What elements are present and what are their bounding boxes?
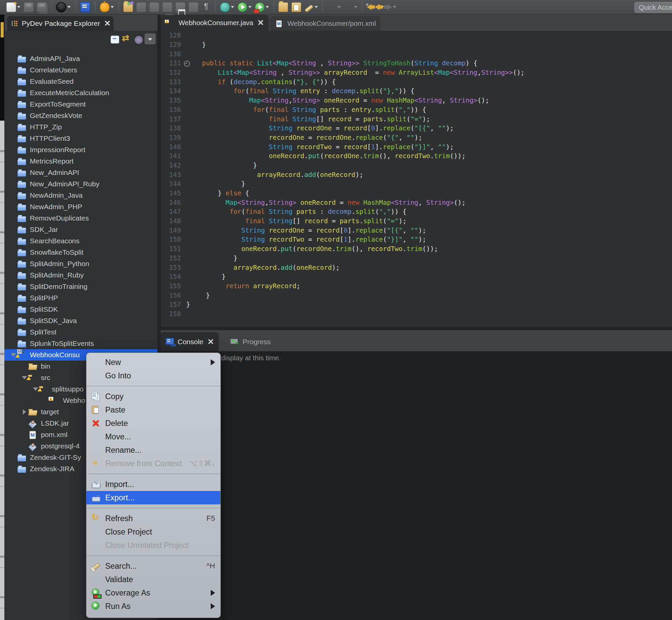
checkstyle-dropdown-icon[interactable] <box>111 6 114 8</box>
tree-item-adminapi-java[interactable]: AdminAPI_Java <box>4 53 158 64</box>
menu-item-move-[interactable]: Move... <box>87 430 220 444</box>
tree-item-exporttosegment[interactable]: ExportToSegment <box>4 99 158 110</box>
menu-item-shortcut: ⌥⇧⌘↓ <box>189 459 215 468</box>
menu-item-remove-from-context[interactable]: Remove from Context⌥⇧⌘↓ <box>87 457 220 470</box>
clean-up-button[interactable] <box>149 1 160 13</box>
tree-item-new-adminapi-ruby[interactable]: New_AdminAPI_Ruby <box>4 178 158 190</box>
tree-item-snowflaketosplit[interactable]: SnowflakeToSplit <box>4 247 158 258</box>
fetch-down-button[interactable] <box>327 1 341 13</box>
console-tab-progress[interactable]: Progress <box>226 332 275 351</box>
code-text: if (decomp.contains("}, {")) { <box>186 78 336 86</box>
editor-tab-webhookconsumer-java[interactable]: WebhookConsumer.java✕ <box>161 15 269 31</box>
clipboard-button[interactable] <box>291 1 302 13</box>
tree-item-splitdemotraining[interactable]: SplitDemoTraining <box>4 281 158 292</box>
menu-item-export-[interactable]: Export... <box>87 491 220 504</box>
tree-item-evaluateseed[interactable]: EvaluateSeed <box>4 76 158 87</box>
tree-item-searchbeacons[interactable]: SearchBeacons <box>4 235 158 247</box>
menu-item-new[interactable]: New <box>87 356 220 369</box>
console-tab-console[interactable]: Console✕ <box>161 332 219 351</box>
menu-item-paste[interactable]: Paste <box>87 403 220 417</box>
java-editor[interactable]: 128129 }130131 public static List<Map<St… <box>161 31 672 327</box>
save-button[interactable] <box>23 1 34 13</box>
menu-item-search-[interactable]: Search...^H <box>87 559 220 573</box>
remote-systems-button[interactable] <box>79 1 91 13</box>
menu-item-import-[interactable]: Import... <box>87 477 220 491</box>
tree-item-getzendeskvote[interactable]: GetZendeskVote <box>4 110 158 121</box>
close-tab-icon[interactable]: ✕ <box>257 19 264 26</box>
project-icon <box>17 134 27 143</box>
menu-item-go-into[interactable]: Go Into <box>87 369 220 382</box>
run-dropdown-icon[interactable] <box>248 6 251 8</box>
project-icon <box>17 100 27 109</box>
show-whitespace-button[interactable] <box>201 1 211 13</box>
user-profile-dropdown-icon[interactable] <box>67 6 71 8</box>
tree-item-new-adminapi[interactable]: New_AdminAPI <box>4 167 158 178</box>
new-wizard-button[interactable] <box>6 1 21 13</box>
editor-tab-webhookconsumer-pom-xml[interactable]: WebhookConsumer/pom.xml <box>270 16 381 31</box>
menu-item-delete[interactable]: Delete <box>87 417 220 430</box>
tree-item-splitphp[interactable]: SplitPHP <box>4 292 158 304</box>
forward-dropdown-icon[interactable] <box>393 6 396 8</box>
fold-marker-icon[interactable] <box>184 61 190 67</box>
tree-item-sdk-jar[interactable]: SDK_Jar <box>4 224 158 235</box>
tree-item-newadmin-java[interactable]: NewAdmin_Java <box>4 190 158 201</box>
tree-item-newadmin-php[interactable]: NewAdmin_PHP <box>4 201 158 212</box>
checkstyle-button[interactable] <box>99 1 115 13</box>
menu-item-refresh[interactable]: RefreshF5 <box>87 512 220 525</box>
tree-item-removeduplicates[interactable]: RemoveDuplicates <box>4 212 158 224</box>
menu-item-validate[interactable]: Validate <box>87 573 220 586</box>
close-view-icon[interactable]: ✕ <box>104 20 111 27</box>
code-text: String recordTwo = record[1].replace("}]… <box>186 236 426 243</box>
outline-view-button[interactable] <box>188 1 199 13</box>
tree-item-splittest[interactable]: SplitTest <box>4 326 158 338</box>
tree-item-httpclient3[interactable]: HTTPClient3 <box>4 133 158 144</box>
tree-item-splitsdk-java[interactable]: SplitSDK_Java <box>4 315 158 326</box>
tree-item-splitsdk[interactable]: SplitSDK <box>4 304 158 315</box>
view-menu-button[interactable] <box>145 34 156 44</box>
quick-access-box[interactable]: Quick Access <box>634 2 672 13</box>
tree-item-metricsreport[interactable]: MetricsReport <box>4 155 158 167</box>
import-tasks-button[interactable] <box>123 1 134 13</box>
screenshot-button[interactable] <box>136 1 147 13</box>
menu-item-copy[interactable]: Copy <box>87 390 220 403</box>
menu-item-close-unrelated-project[interactable]: Close Unrelated Project <box>87 538 220 552</box>
run-button[interactable] <box>237 1 252 13</box>
tree-item-label: ExecuteMetricCalculation <box>30 89 109 97</box>
tree-item-impressionreport[interactable]: ImpressionReport <box>4 144 158 155</box>
link-with-editor-button[interactable] <box>121 33 133 45</box>
external-tools-dropdown-icon[interactable] <box>266 6 269 8</box>
horizontal-sash[interactable] <box>161 327 672 330</box>
marker-pen-dropdown-icon[interactable] <box>315 6 318 8</box>
tree-item-splitadmin-python[interactable]: SplitAdmin_Python <box>4 258 158 269</box>
tree-item-label: New_AdminAPI_Ruby <box>30 180 100 188</box>
close-tab-icon[interactable]: ✕ <box>207 339 214 345</box>
open-file-button[interactable] <box>278 1 289 13</box>
project-icon <box>17 54 27 63</box>
forward-button[interactable] <box>387 1 397 13</box>
code-line: 143 arrayRecord.add(oneRecord); <box>161 170 672 179</box>
debug-dropdown-icon[interactable] <box>231 6 234 8</box>
menu-item-close-project[interactable]: Close Project <box>87 525 220 538</box>
debug-button[interactable] <box>219 1 235 13</box>
fetch-down-dropdown-icon[interactable] <box>337 6 341 8</box>
tree-item-correlateusers[interactable]: CorrelateUsers <box>4 64 158 76</box>
last-edit-location-button[interactable] <box>366 1 372 13</box>
tree-item-executemetriccalculation[interactable]: ExecuteMetricCalculation <box>4 87 158 99</box>
menu-item-coverage-as[interactable]: Coverage As <box>87 586 220 600</box>
focus-on-working-set-button[interactable] <box>135 36 143 44</box>
fetch-up-dropdown-icon[interactable] <box>354 6 357 8</box>
tab-pydev-package-explorer[interactable]: PyDev Package Explorer ✕ <box>7 16 114 31</box>
tree-item-splunktosplitevents[interactable]: SplunkToSplitEvents <box>4 338 158 349</box>
menu-item-rename-[interactable]: Rename... <box>87 444 220 457</box>
fetch-up-button[interactable] <box>343 1 358 13</box>
save-all-button[interactable] <box>36 1 47 13</box>
marker-pen-button[interactable] <box>304 1 319 13</box>
user-profile-button[interactable] <box>55 1 71 13</box>
back-button[interactable] <box>374 1 385 13</box>
menu-item-run-as[interactable]: Run As <box>87 600 220 613</box>
tree-item-http-zip[interactable]: HTTP_Zip <box>4 121 158 133</box>
collapse-all-button[interactable] <box>111 36 119 44</box>
external-tools-button[interactable] <box>254 1 270 13</box>
tree-item-splitadmin-ruby[interactable]: SplitAdmin_Ruby <box>4 269 158 281</box>
expand-arrow-icon[interactable] <box>21 409 28 415</box>
